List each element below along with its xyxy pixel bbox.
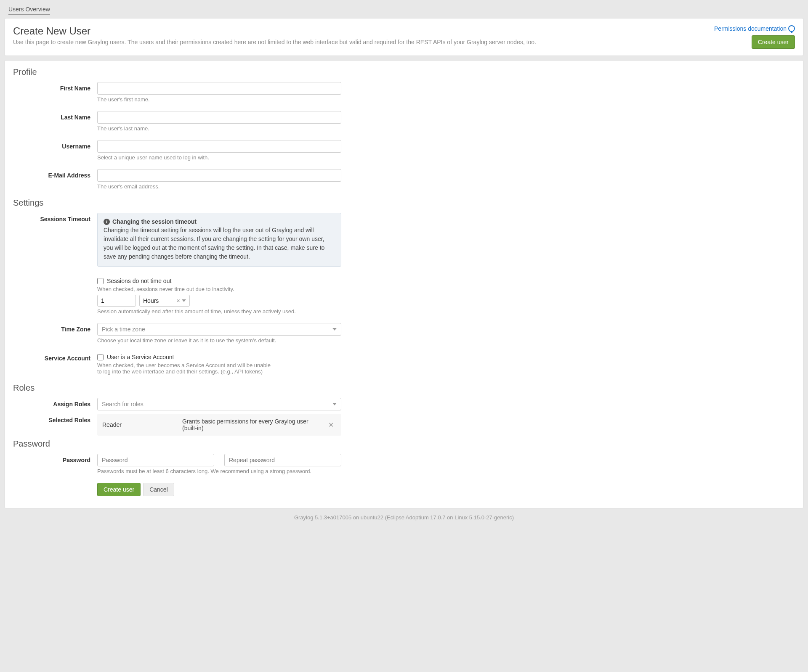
- page-description: Use this page to create new Graylog user…: [13, 39, 714, 45]
- sessions-no-timeout-checkbox[interactable]: [97, 278, 104, 284]
- role-description: Grants basic permissions for every Grayl…: [182, 418, 317, 431]
- assign-roles-label: Assign Roles: [13, 398, 97, 410]
- settings-section-title: Settings: [13, 198, 795, 208]
- sessions-no-timeout-help: When checked, sessions never time out du…: [97, 286, 341, 292]
- sessions-no-timeout-label: Sessions do not time out: [107, 278, 171, 284]
- session-timeout-info: i Changing the session timeout Changing …: [97, 213, 341, 267]
- timezone-select[interactable]: Pick a time zone: [97, 323, 341, 336]
- service-account-help: When checked, the user becomes a Service…: [97, 362, 274, 375]
- repeat-password-input[interactable]: [224, 454, 341, 466]
- info-title-text: Changing the session timeout: [112, 218, 197, 225]
- breadcrumb[interactable]: Users Overview: [8, 4, 50, 15]
- first-name-input[interactable]: [97, 82, 341, 95]
- username-help: Select a unique user name used to log in…: [97, 154, 341, 161]
- lightbulb-icon: [788, 25, 795, 32]
- timeout-help: Session automatically end after this amo…: [97, 308, 341, 315]
- assign-roles-placeholder: Search for roles: [102, 401, 144, 407]
- info-body-text: Changing the timeout setting for session…: [104, 226, 335, 261]
- chevron-down-icon: [182, 299, 186, 302]
- password-label: Password: [13, 454, 97, 479]
- chevron-down-icon: [332, 403, 337, 405]
- last-name-help: The user's last name.: [97, 125, 341, 132]
- timezone-help: Choose your local time zone or leave it …: [97, 337, 341, 344]
- remove-role-button[interactable]: ✕: [326, 421, 336, 429]
- roles-section-title: Roles: [13, 383, 795, 393]
- doc-link-label: Permissions documentation: [714, 25, 787, 32]
- service-account-checkbox-label: User is a Service Account: [107, 354, 174, 360]
- timeout-unit-select[interactable]: Hours ✕: [139, 295, 190, 307]
- first-name-help: The user's first name.: [97, 96, 341, 103]
- email-label: E-Mail Address: [13, 169, 97, 195]
- password-help: Passwords must be at least 6 characters …: [97, 468, 341, 474]
- create-user-button-top[interactable]: Create user: [752, 35, 795, 49]
- clear-icon[interactable]: ✕: [176, 298, 180, 304]
- selected-roles-label: Selected Roles: [13, 414, 97, 436]
- info-icon: i: [104, 219, 110, 225]
- create-user-form: Profile First Name The user's first name…: [4, 60, 804, 508]
- email-help: The user's email address.: [97, 183, 341, 190]
- create-user-button[interactable]: Create user: [97, 483, 141, 496]
- service-account-label: Service Account: [13, 352, 97, 380]
- timezone-label: Time Zone: [13, 323, 97, 349]
- role-name: Reader: [102, 421, 174, 428]
- email-input[interactable]: [97, 169, 341, 182]
- username-input[interactable]: [97, 140, 341, 153]
- timeout-unit-value: Hours: [143, 297, 159, 304]
- selected-role-row: Reader Grants basic permissions for ever…: [97, 414, 341, 436]
- service-account-checkbox[interactable]: [97, 354, 104, 360]
- sessions-timeout-label: Sessions Timeout: [13, 213, 97, 320]
- password-input[interactable]: [97, 454, 214, 466]
- chevron-down-icon: [332, 328, 337, 331]
- timezone-placeholder: Pick a time zone: [102, 326, 145, 333]
- page-header: Create New User Use this page to create …: [4, 18, 804, 56]
- footer-version: Graylog 5.1.3+a017005 on ubuntu22 (Eclip…: [4, 508, 804, 523]
- cancel-button[interactable]: Cancel: [143, 483, 174, 496]
- password-section-title: Password: [13, 439, 795, 449]
- permissions-documentation-link[interactable]: Permissions documentation: [714, 25, 795, 32]
- timeout-value-input[interactable]: [97, 295, 136, 307]
- username-label: Username: [13, 140, 97, 166]
- assign-roles-select[interactable]: Search for roles: [97, 398, 341, 410]
- first-name-label: First Name: [13, 82, 97, 108]
- profile-section-title: Profile: [13, 67, 795, 77]
- page-title: Create New User: [13, 25, 714, 37]
- last-name-label: Last Name: [13, 111, 97, 137]
- last-name-input[interactable]: [97, 111, 341, 124]
